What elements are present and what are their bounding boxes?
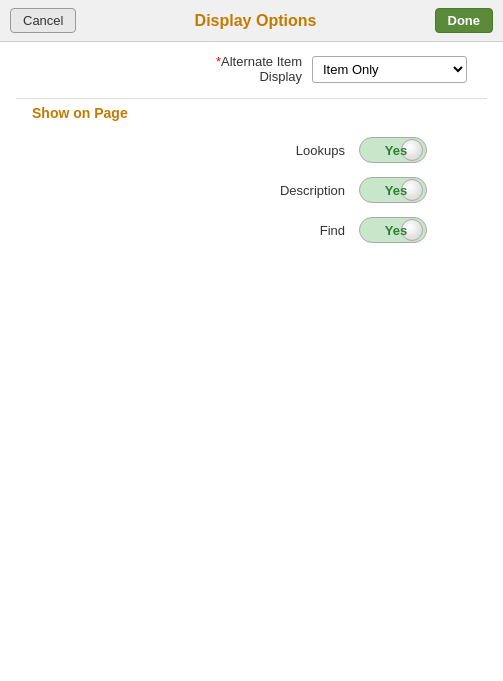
description-toggle-value: Yes (368, 183, 424, 198)
find-label: Find (265, 223, 345, 238)
description-toggle[interactable]: Yes (359, 177, 427, 203)
description-toggle-row: Description Yes (16, 177, 487, 203)
description-label: Description (265, 183, 345, 198)
alternate-item-display-row: *Alternate ItemDisplay Item Only Item an… (16, 54, 487, 84)
alternate-item-display-label: *Alternate ItemDisplay (216, 54, 302, 84)
required-asterisk: * (216, 54, 221, 69)
header: Cancel Display Options Done (0, 0, 503, 42)
page-container: Cancel Display Options Done *Alternate I… (0, 0, 503, 681)
lookups-toggle-value: Yes (368, 143, 424, 158)
alternate-item-display-select[interactable]: Item Only Item and Description Descripti… (312, 56, 467, 83)
find-toggle-value: Yes (368, 223, 424, 238)
done-button[interactable]: Done (435, 8, 494, 33)
show-on-page-section-header: Show on Page (16, 98, 487, 127)
find-toggle-row: Find Yes (16, 217, 487, 243)
lookups-toggle-row: Lookups Yes (16, 137, 487, 163)
page-title: Display Options (76, 12, 434, 30)
lookups-label: Lookups (265, 143, 345, 158)
cancel-button[interactable]: Cancel (10, 8, 76, 33)
content-area: *Alternate ItemDisplay Item Only Item an… (0, 42, 503, 269)
lookups-toggle[interactable]: Yes (359, 137, 427, 163)
find-toggle[interactable]: Yes (359, 217, 427, 243)
